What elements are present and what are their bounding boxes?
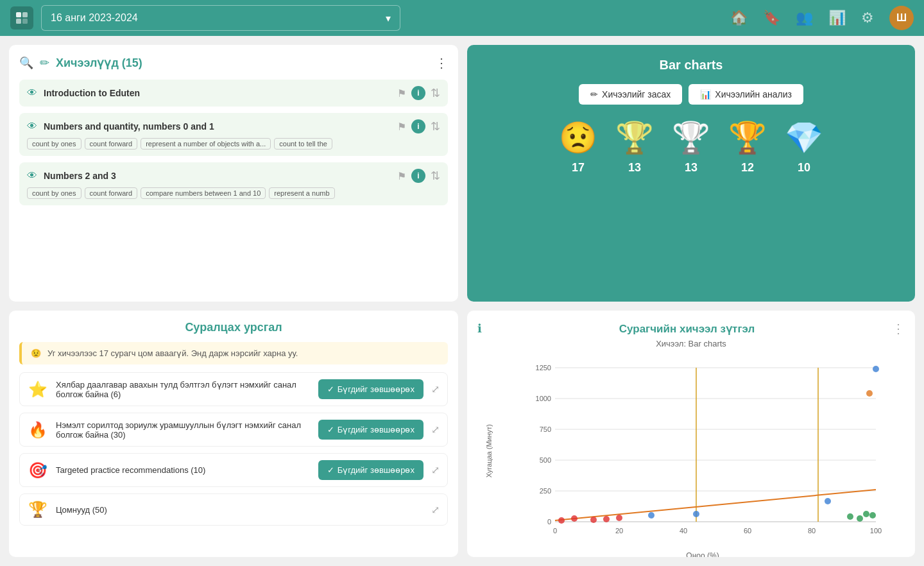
lesson-name: Numbers 2 and 3 xyxy=(44,171,391,181)
lesson-tags: count by ones count forward represent a … xyxy=(27,138,440,150)
info-icon[interactable]: ℹ xyxy=(477,322,482,336)
svg-text:60: 60 xyxy=(744,527,751,535)
flow-item: ⭐ Хялбар даалгавар авахын тулд бэлтгэл б… xyxy=(19,372,448,406)
scatter-menu-icon[interactable]: ⋮ xyxy=(892,321,905,336)
svg-text:0: 0 xyxy=(553,527,557,535)
svg-text:40: 40 xyxy=(680,527,687,535)
flow-warning: 😟 Уг хичээлээс 17 сурагч цом аваагүй. Эн… xyxy=(19,342,448,364)
sort-icon[interactable]: ⇅ xyxy=(431,169,440,183)
lesson-info-button[interactable]: i xyxy=(411,119,425,133)
approve-button[interactable]: ✓ Бүгдийг зөвшөөрөх xyxy=(318,420,424,440)
lesson-item: 👁 Introduction to Eduten ⚑ i ⇅ xyxy=(19,80,448,107)
approve-button[interactable]: ✓ Бүгдийг зөвшөөрөх xyxy=(318,460,424,480)
checkmark-icon: ✓ xyxy=(327,465,334,475)
flow-item-text: Цомнууд (50) xyxy=(56,505,424,515)
svg-text:0: 0 xyxy=(547,518,551,526)
svg-point-33 xyxy=(847,513,853,520)
svg-point-29 xyxy=(603,516,610,522)
flag-icon[interactable]: ⚑ xyxy=(397,87,406,99)
lesson-info-button[interactable]: i xyxy=(411,169,425,183)
sad-face-icon: 😟 xyxy=(559,120,597,156)
svg-point-38 xyxy=(866,390,873,397)
svg-rect-2 xyxy=(16,19,21,24)
flag-icon[interactable]: ⚑ xyxy=(397,170,406,182)
warning-icon: 😟 xyxy=(31,348,41,358)
search-icon[interactable]: 🔍 xyxy=(19,56,33,70)
lesson-actions: ⚑ i ⇅ xyxy=(397,119,440,133)
expand-icon[interactable]: ⤢ xyxy=(431,424,440,436)
lesson-tag: count forward xyxy=(85,138,138,150)
svg-text:750: 750 xyxy=(540,425,551,433)
svg-point-37 xyxy=(825,498,831,504)
svg-rect-1 xyxy=(22,12,28,17)
trophy-count: 17 xyxy=(572,161,585,175)
svg-text:1000: 1000 xyxy=(536,395,551,402)
scatter-title: Сурагчийн хичээл зүтгэл xyxy=(487,322,887,336)
chart-container: Хугацаа (Минут) 0 250 500 750 xyxy=(477,355,905,557)
chart-icon[interactable]: 📊 xyxy=(828,10,846,26)
bookmark-icon[interactable]: 🔖 xyxy=(763,10,780,26)
flow-item-text: Нэмэлт сорилтод зориулж урамшууллын бүлэ… xyxy=(56,420,311,440)
expand-icon[interactable]: ⤢ xyxy=(431,464,440,476)
eye-icon[interactable]: 👁 xyxy=(27,121,37,132)
approve-button[interactable]: ✓ Бүгдийг зөвшөөрөх xyxy=(318,379,424,399)
lesson-tag: count by ones xyxy=(27,138,81,150)
flow-item-text: Targeted practice recommendations (10) xyxy=(56,465,311,475)
svg-point-31 xyxy=(648,512,654,519)
scatter-header: ℹ Сурагчийн хичээл зүтгэл ⋮ xyxy=(477,321,905,336)
expand-icon[interactable]: ⤢ xyxy=(431,504,440,516)
chevron-down-icon: ▾ xyxy=(386,12,391,24)
lesson-tags: count by ones count forward compare numb… xyxy=(27,187,440,199)
svg-point-35 xyxy=(863,511,869,517)
settings-icon[interactable]: ⚙ xyxy=(861,10,874,26)
edit-icon[interactable]: ✏ xyxy=(40,56,49,70)
lessons-panel: 🔍 ✏ Хичээлүүд (15) ⋮ 👁 Introduction to E… xyxy=(9,45,458,302)
flag-icon[interactable]: ⚑ xyxy=(397,121,406,133)
trophy-item: 🏆 13 xyxy=(672,120,710,175)
svg-point-39 xyxy=(873,366,879,372)
edit-lesson-button[interactable]: ✏ Хичээлийг засах xyxy=(579,84,682,105)
silver-trophy-icon: 🏆 xyxy=(672,120,710,156)
home-icon[interactable]: 🏠 xyxy=(730,10,748,26)
lesson-tag: count to tell the xyxy=(274,138,332,150)
lesson-info-button[interactable]: i xyxy=(411,86,425,100)
flow-title: Суралцах урсгал xyxy=(19,321,448,334)
class-dropdown-text: 16 анги 2023-2024 xyxy=(51,12,138,24)
eye-icon[interactable]: 👁 xyxy=(27,170,37,182)
trophy-row: 😟 17 🏆 13 🏆 13 🏆 12 💎 10 xyxy=(559,120,823,175)
barchart-buttons: ✏ Хичээлийг засах 📊 Хичээлийн анализ xyxy=(579,84,803,105)
y-axis-label: Хугацаа (Минут) xyxy=(485,424,493,477)
svg-rect-0 xyxy=(16,12,21,17)
checkmark-icon: ✓ xyxy=(327,384,334,394)
svg-text:80: 80 xyxy=(808,527,816,535)
chart-bar-icon: 📊 xyxy=(700,89,711,99)
svg-point-26 xyxy=(558,517,565,524)
sort-icon[interactable]: ⇅ xyxy=(431,119,440,133)
fire-icon: 🔥 xyxy=(28,421,48,439)
class-dropdown[interactable]: 16 анги 2023-2024 ▾ xyxy=(41,5,400,31)
user-avatar[interactable]: Ш xyxy=(889,6,914,30)
svg-point-27 xyxy=(571,515,578,522)
svg-text:1250: 1250 xyxy=(536,364,551,372)
trophy-count: 10 xyxy=(798,161,810,175)
trophy-count: 12 xyxy=(741,161,754,175)
header-nav: 🏠 🔖 👥 📊 ⚙ Ш xyxy=(730,6,914,30)
x-axis-label: Оноо (%) xyxy=(501,551,905,557)
lessons-menu-icon[interactable]: ⋮ xyxy=(435,55,448,71)
flow-item-text: Хялбар даалгавар авахын тулд бэлтгэл бүл… xyxy=(56,380,311,399)
expand-icon[interactable]: ⤢ xyxy=(431,383,440,395)
diamond-icon: 💎 xyxy=(785,120,823,156)
eye-icon[interactable]: 👁 xyxy=(27,87,37,99)
lessons-title: Хичээлүүд (15) xyxy=(56,56,429,70)
sort-icon[interactable]: ⇅ xyxy=(431,86,440,100)
lesson-actions: ⚑ i ⇅ xyxy=(397,86,440,100)
users-icon[interactable]: 👥 xyxy=(796,10,813,26)
analysis-button[interactable]: 📊 Хичээлийн анализ xyxy=(689,84,803,105)
y-axis-label-container: Хугацаа (Минут) xyxy=(477,355,501,547)
lesson-tag: represent a numb xyxy=(269,187,334,199)
flow-panel: Суралцах урсгал 😟 Уг хичээлээс 17 сурагч… xyxy=(9,311,458,557)
lesson-item-header: 👁 Introduction to Eduten ⚑ i ⇅ xyxy=(27,86,440,100)
lesson-item-header: 👁 Numbers and quantity, numbers 0 and 1 … xyxy=(27,119,440,133)
scatter-chart-svg: 0 250 500 750 1000 1250 0 20 40 60 80 10… xyxy=(501,355,905,547)
checkmark-icon: ✓ xyxy=(327,425,334,434)
